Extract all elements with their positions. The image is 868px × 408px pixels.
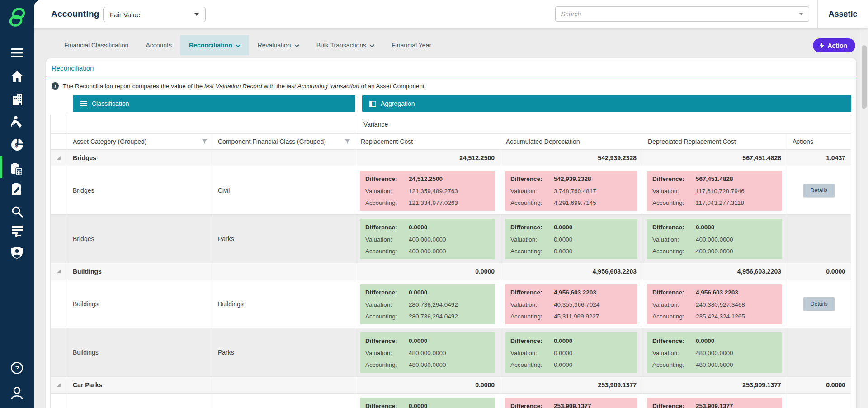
sidebar-item-help[interactable]: ? (0, 360, 34, 375)
accounting-label: Accounting: (652, 247, 696, 256)
difference-value: 253,909.1377 (554, 402, 591, 408)
variance-box-ok: Difference:0.0000 Valuation:280,736,294.… (360, 284, 495, 324)
top-bar: Accounting Fair Value Assetic (34, 0, 868, 28)
accounting-value: 400,000.0000 (696, 247, 733, 256)
accumulated-depreciation-cell: Difference:542,939.2328 Valuation:3,748,… (500, 166, 642, 215)
sidebar-item-finance[interactable]: $ (0, 137, 34, 152)
tab-revaluation[interactable]: Revaluation (249, 35, 308, 55)
difference-label: Difference: (652, 402, 696, 408)
difference-value: 0.0000 (409, 337, 427, 345)
column-header-depreciated-replacement-cost[interactable]: Depreciated Replacement Cost (642, 134, 787, 150)
filter-icon[interactable] (344, 139, 350, 144)
accounting-label: Accounting: (510, 312, 554, 321)
tab-financial-year[interactable]: Financial Year (383, 35, 440, 55)
sidebar-item-data-exchange[interactable] (0, 223, 34, 239)
sidebar-item-admin[interactable] (0, 245, 34, 260)
sidebar-item-home[interactable] (0, 69, 34, 84)
valuation-value: 0.0000 (554, 235, 572, 244)
accumulated-depreciation-cell: Difference:0.0000 Valuation:0.0000 Accou… (500, 328, 642, 377)
sidebar-item-accounting[interactable] (0, 161, 34, 176)
column-header-replacement-cost[interactable]: Replacement Cost (355, 134, 500, 150)
valuation-label: Valuation: (365, 349, 409, 357)
filter-icon[interactable] (202, 139, 208, 144)
detail-row: Buildings Buildings Difference:0.0000 Va… (50, 280, 851, 328)
action-button[interactable]: Action (813, 38, 855, 52)
variance-box-diff: Difference:4,956,603.2203 Valuation:40,3… (505, 284, 637, 324)
clipboard-pencil-icon (11, 183, 23, 195)
valuation-label: Valuation: (365, 235, 409, 244)
tab-reconciliation[interactable]: Reconciliation (180, 35, 249, 55)
collapse-group-icon[interactable] (57, 156, 61, 160)
difference-value: 0.0000 (696, 223, 714, 232)
menu-button[interactable] (0, 45, 34, 61)
accumulated-depreciation-cell: Difference:4,956,603.2203 Valuation:40,3… (500, 280, 642, 328)
column-header-accumulated-depreciation[interactable]: Accumulated Depreciation (500, 134, 642, 150)
replacement-cost-cell: Difference:24,512.2500 Valuation:121,359… (355, 166, 500, 215)
depreciated-replacement-cost-cell: Difference:4,956,603.2203 Valuation:240,… (642, 280, 787, 328)
difference-label: Difference: (652, 223, 696, 232)
difference-label: Difference: (365, 175, 409, 183)
variance-box-diff: Difference:542,939.2328 Valuation:3,748,… (505, 171, 637, 211)
search-input[interactable] (561, 10, 799, 18)
vertical-scrollbar[interactable] (860, 28, 868, 408)
collapse-group-icon[interactable] (57, 383, 61, 387)
variance-header-row: Variance (50, 115, 851, 134)
variance-box-diff: Difference:253,909.1377 Valuation: Accou… (505, 398, 637, 408)
group-total-depreciated-replacement-cost: 253,909.1377 (642, 377, 787, 394)
variance-box-ok: Difference:0.0000 Valuation:480,000.0000… (360, 332, 495, 373)
variance-box-ok: Difference:0.0000 Valuation:480,000.0000… (647, 332, 782, 373)
reconciliation-table: Classification Aggregation Variance Asse… (50, 95, 851, 408)
tab-bulk-transactions[interactable]: Bulk Transactions (308, 35, 383, 55)
app-title: Accounting (51, 9, 99, 19)
depreciated-replacement-cost-cell: Difference:567,451.4828 Valuation:117,61… (642, 166, 787, 215)
valuation-label: Valuation: (510, 349, 554, 357)
valuation-value: 480,000.0000 (409, 349, 446, 357)
valuation-type-value: Fair Value (110, 11, 140, 19)
difference-label: Difference: (365, 402, 409, 408)
difference-value: 0.0000 (554, 223, 572, 232)
sidebar-item-organisation[interactable] (0, 92, 34, 107)
difference-label: Difference: (365, 337, 409, 345)
assetic-logo[interactable] (0, 0, 34, 34)
classification-band-header[interactable]: Classification (73, 95, 355, 112)
column-header-component-class[interactable]: Component Financial Class (Grouped) (212, 134, 355, 150)
variance-box-ok: Difference:0.0000 Valuation: Accounting: (360, 398, 495, 408)
variance-label: Variance (355, 115, 851, 134)
variance-box-diff: Difference:24,512.2500 Valuation:121,359… (360, 171, 495, 211)
sidebar-item-maintenance[interactable] (0, 114, 34, 129)
sidebar-item-profile[interactable] (0, 385, 34, 400)
group-name: Car Parks (67, 377, 212, 394)
accounting-value: 0.0000 (554, 361, 572, 369)
group-row[interactable]: Bridges 24,512.2500 542,939.2328 567,451… (50, 150, 851, 166)
details-button[interactable]: Details (803, 297, 834, 311)
sidebar-item-assessments[interactable] (0, 181, 34, 197)
accounting-value: 280,736,294.0492 (409, 312, 458, 321)
difference-label: Difference: (510, 223, 554, 232)
tab-financial-classification[interactable]: Financial Classification (56, 35, 137, 55)
details-button[interactable]: Details (803, 184, 834, 197)
finance-pie-icon: $ (11, 139, 23, 151)
sidebar-item-search[interactable] (0, 204, 34, 219)
info-text: The Reconciliation report compares the v… (63, 83, 426, 90)
tab-accounts[interactable]: Accounts (137, 35, 180, 55)
group-total-replacement-cost: 0.0000 (355, 377, 500, 394)
column-header-asset-category[interactable]: Asset Category (Grouped) (67, 134, 212, 150)
accounting-value: 117,043,277.3118 (696, 199, 744, 207)
search-combobox[interactable] (555, 6, 809, 22)
accounting-label: Accounting: (365, 247, 409, 256)
group-total-accumulated-depreciation: 4,956,603.2203 (500, 263, 642, 280)
group-row[interactable]: Car Parks 0.0000 253,909.1377 253,909.13… (50, 377, 851, 394)
collapse-group-icon[interactable] (57, 270, 61, 273)
group-total-variance: 1.0437 (787, 150, 851, 166)
group-row[interactable]: Buildings 0.0000 4,956,603.2203 4,956,60… (50, 263, 851, 280)
valuation-type-select[interactable]: Fair Value (103, 7, 206, 22)
accounting-value: 480,000.0000 (696, 361, 733, 369)
valuation-value: 40,355,366.7024 (554, 300, 599, 309)
product-name: Assetic (828, 9, 857, 19)
page-title: Reconciliation (46, 58, 856, 76)
component-class-cell (212, 394, 355, 408)
aggregation-band-header[interactable]: Aggregation (362, 95, 851, 112)
group-name: Buildings (67, 263, 212, 280)
difference-value: 253,909.1377 (696, 402, 733, 408)
band-header-row: Classification Aggregation (50, 95, 851, 115)
